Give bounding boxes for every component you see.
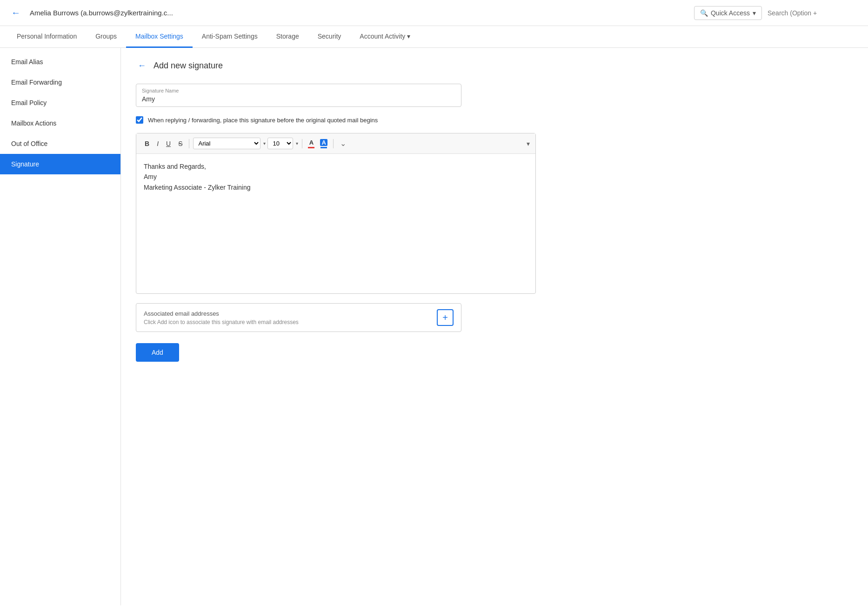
tabs-bar: Personal Information Groups Mailbox Sett… [0,26,868,48]
signature-name-input-container: Signature Name [136,84,461,107]
header-back-button[interactable]: ← [7,6,24,20]
chevron-down-icon: ▾ [407,33,410,40]
checkbox-row: When replying / forwarding, place this s… [136,116,853,124]
sidebar-item-signature[interactable]: Signature [0,154,120,174]
tab-security[interactable]: Security [308,26,351,48]
highlight-color-bar [320,147,327,148]
associated-email-box: Associated email addresses Click Add ico… [136,303,461,332]
add-signature-button[interactable]: Add [136,343,179,362]
signature-name-label: Signature Name [142,88,455,93]
main-layout: Email Alias Email Forwarding Email Polic… [0,48,868,605]
toolbar-separator-1 [189,139,189,148]
font-color-bar [308,147,314,148]
tab-account-activity[interactable]: Account Activity ▾ [350,26,420,48]
signature-name-input[interactable] [142,95,455,103]
toolbar-separator-2 [302,139,302,148]
signature-editor: B I U S Arial Times New Roman Verdana ▾ … [136,133,536,294]
font-family-arrow: ▾ [263,141,266,146]
highlight-color-button[interactable]: A [318,138,329,149]
toolbar-expand-icon[interactable]: ▾ [527,140,530,147]
search-icon: 🔍 [700,9,708,17]
form-back-button[interactable]: ← [136,59,148,73]
font-color-icon: A [309,139,314,146]
italic-button[interactable]: I [154,138,161,149]
assoc-email-desc: Click Add icon to associate this signatu… [144,319,299,325]
tab-personal-information[interactable]: Personal Information [7,26,86,48]
editor-line-3: Marketing Associate - Zylker Training [144,182,528,192]
font-size-arrow: ▾ [296,141,298,146]
more-options-button[interactable]: ⌄ [337,137,349,150]
toolbar-separator-3 [333,139,334,148]
editor-body[interactable]: Thanks and Regards, Amy Marketing Associ… [136,154,535,293]
header-title: Amelia Burrows (a.burrows@zylkertraining… [30,9,694,17]
add-email-button[interactable]: + [437,309,454,326]
quick-access-button[interactable]: 🔍 Quick Access ▾ [694,6,762,20]
forwarding-checkbox[interactable] [136,116,143,124]
form-header: ← Add new signature [136,59,853,73]
sidebar-item-email-forwarding[interactable]: Email Forwarding [0,72,120,93]
font-color-button[interactable]: A [306,138,316,149]
sidebar-item-out-of-office[interactable]: Out of Office [0,133,120,154]
checkbox-label: When replying / forwarding, place this s… [148,117,378,124]
font-size-select[interactable]: 8 9 10 11 12 14 [267,138,293,149]
tab-storage[interactable]: Storage [267,26,308,48]
sidebar-item-email-policy[interactable]: Email Policy [0,93,120,113]
tab-groups[interactable]: Groups [86,26,126,48]
quick-access-label: Quick Access [711,9,750,17]
sidebar-item-email-alias[interactable]: Email Alias [0,52,120,72]
editor-toolbar: B I U S Arial Times New Roman Verdana ▾ … [136,133,535,154]
tab-anti-spam-settings[interactable]: Anti-Spam Settings [193,26,267,48]
tab-mailbox-settings[interactable]: Mailbox Settings [126,26,193,48]
form-title: Add new signature [154,61,223,71]
font-family-select[interactable]: Arial Times New Roman Verdana [193,138,260,149]
highlight-icon: A [320,139,327,146]
signature-name-group: Signature Name [136,84,853,107]
content-area: ← Add new signature Signature Name When … [121,48,868,605]
assoc-email-text: Associated email addresses Click Add ico… [144,310,299,325]
chevron-down-icon: ▾ [753,9,756,17]
bold-button[interactable]: B [142,138,152,149]
underline-button[interactable]: U [163,138,174,149]
strikethrough-button[interactable]: S [175,138,185,149]
sidebar: Email Alias Email Forwarding Email Polic… [0,48,121,605]
search-input[interactable] [768,9,861,17]
editor-line-2: Amy [144,172,528,182]
header: ← Amelia Burrows (a.burrows@zylkertraini… [0,0,868,26]
sidebar-item-mailbox-actions[interactable]: Mailbox Actions [0,113,120,133]
assoc-email-title: Associated email addresses [144,310,299,317]
editor-line-1: Thanks and Regards, [144,161,528,172]
